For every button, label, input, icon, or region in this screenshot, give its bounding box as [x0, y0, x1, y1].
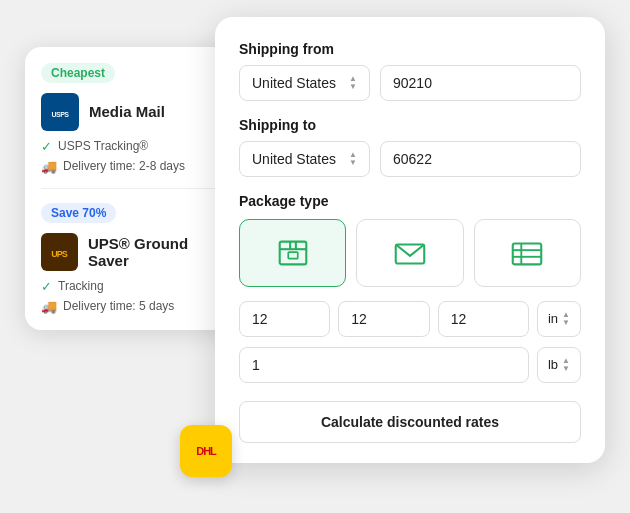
calculate-rates-button[interactable]: Calculate discounted rates — [239, 401, 581, 443]
chevron-updown-weight-icon: ▲▼ — [562, 357, 570, 373]
shipping-to-zip-input[interactable] — [380, 141, 581, 177]
ups-delivery-text: Delivery time: 5 days — [63, 299, 174, 313]
save-badge: Save 70% — [41, 203, 116, 223]
ups-tracking-row: ✓ Tracking — [41, 279, 229, 294]
shipping-to-country-select[interactable]: United States ▲▼ — [239, 141, 370, 177]
ups-carrier-row: UPS UPS® Ground Saver — [41, 233, 229, 271]
weight-row: lb ▲▼ — [239, 347, 581, 383]
package-envelope-option[interactable] — [356, 219, 463, 287]
left-shipping-card: Cheapest USPS Media Mail ✓ USPS Tracking… — [25, 47, 245, 330]
package-type-options — [239, 219, 581, 287]
check-icon-ups: ✓ — [41, 279, 52, 294]
shipping-from-label: Shipping from — [239, 41, 581, 57]
shipping-from-country-value: United States — [252, 75, 336, 91]
usps-tracking-text: USPS Tracking® — [58, 139, 148, 153]
package-type-label: Package type — [239, 193, 581, 209]
dhl-badge: DHL — [180, 425, 232, 477]
cheapest-badge: Cheapest — [41, 63, 115, 83]
svg-rect-10 — [513, 243, 542, 264]
shipping-to-country-value: United States — [252, 151, 336, 167]
chevron-updown-dim-icon: ▲▼ — [562, 311, 570, 327]
weight-unit-select[interactable]: lb ▲▼ — [537, 347, 581, 383]
package-box-option[interactable] — [239, 219, 346, 287]
ups-tracking-text: Tracking — [58, 279, 104, 293]
usps-tracking-row: ✓ USPS Tracking® — [41, 139, 229, 154]
svg-rect-4 — [279, 241, 306, 264]
shipping-from-country-select[interactable]: United States ▲▼ — [239, 65, 370, 101]
usps-carrier-row: USPS Media Mail — [41, 93, 229, 131]
shipping-from-row: United States ▲▼ — [239, 65, 581, 101]
height-input[interactable] — [438, 301, 529, 337]
shipping-rate-form: Shipping from United States ▲▼ Shipping … — [215, 17, 605, 463]
shipping-to-row: United States ▲▼ — [239, 141, 581, 177]
ups-ground-label: UPS® Ground Saver — [88, 235, 229, 269]
svg-text:UPS: UPS — [52, 249, 69, 259]
dimensions-row: in ▲▼ — [239, 301, 581, 337]
weight-unit-value: lb — [548, 357, 558, 372]
svg-rect-8 — [288, 252, 298, 259]
usps-logo: USPS — [41, 93, 79, 131]
flat-box-icon — [508, 234, 546, 272]
envelope-icon — [391, 234, 429, 272]
dimension-unit-value: in — [548, 311, 558, 326]
shipping-to-label: Shipping to — [239, 117, 581, 133]
svg-text:USPS: USPS — [51, 111, 69, 118]
width-input[interactable] — [338, 301, 429, 337]
shipping-from-zip-input[interactable] — [380, 65, 581, 101]
media-mail-label: Media Mail — [89, 103, 165, 120]
dhl-label: DHL — [196, 445, 216, 457]
ups-logo: UPS — [41, 233, 78, 271]
dimension-unit-select[interactable]: in ▲▼ — [537, 301, 581, 337]
usps-delivery-text: Delivery time: 2-8 days — [63, 159, 185, 173]
weight-input[interactable] — [239, 347, 529, 383]
check-icon: ✓ — [41, 139, 52, 154]
truck-icon-ups: 🚚 — [41, 299, 57, 314]
package-flat-option[interactable] — [474, 219, 581, 287]
usps-delivery-row: 🚚 Delivery time: 2-8 days — [41, 159, 229, 174]
ups-delivery-row: 🚚 Delivery time: 5 days — [41, 299, 229, 314]
truck-icon: 🚚 — [41, 159, 57, 174]
chevron-updown-icon: ▲▼ — [349, 75, 357, 91]
chevron-updown-icon-to: ▲▼ — [349, 151, 357, 167]
length-input[interactable] — [239, 301, 330, 337]
box-icon — [274, 234, 312, 272]
